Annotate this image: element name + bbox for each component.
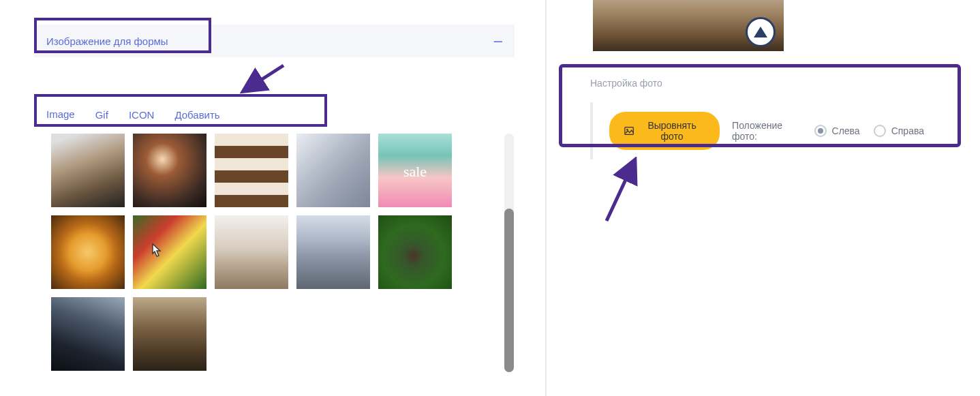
image-tabs: Image Gif ICON Добавить <box>46 102 220 127</box>
tab-gif[interactable]: Gif <box>95 104 108 126</box>
image-library-grid <box>51 134 515 371</box>
radio-left[interactable]: Слева <box>814 125 860 137</box>
preview-logo-icon <box>746 17 776 47</box>
image-thumbnail[interactable] <box>51 215 125 289</box>
image-thumbnail[interactable] <box>296 134 370 207</box>
radio-left-label: Слева <box>832 125 860 136</box>
annotation-arrow-icon <box>240 63 288 94</box>
image-icon <box>624 125 634 136</box>
svg-point-2 <box>626 129 628 130</box>
image-thumbnail[interactable] <box>133 134 206 207</box>
left-panel: Изображение для формы – Image Gif ICON Д… <box>14 0 538 396</box>
image-section-title: Изображение для формы <box>46 35 168 47</box>
radio-icon <box>814 125 827 137</box>
radio-icon <box>874 125 886 137</box>
tab-add[interactable]: Добавить <box>174 104 219 126</box>
photo-settings-section: Настройка фото Выровнять фото Положение … <box>559 64 961 180</box>
image-thumbnail[interactable] <box>133 297 206 371</box>
radio-right-label: Справа <box>891 125 924 136</box>
image-thumbnail[interactable] <box>296 215 370 289</box>
align-photo-label: Выровнять фото <box>639 120 705 142</box>
photo-settings-bar: Выровнять фото Положение фото: Слева Спр… <box>590 102 940 159</box>
form-preview-image <box>593 0 784 51</box>
image-thumbnail[interactable] <box>215 134 288 207</box>
photo-settings-title: Настройка фото <box>590 78 940 89</box>
svg-line-0 <box>245 65 284 90</box>
image-thumbnail[interactable] <box>378 215 452 289</box>
image-thumbnail[interactable] <box>51 297 125 371</box>
right-panel: Настройка фото Выровнять фото Положение … <box>552 0 975 396</box>
image-thumbnail[interactable] <box>215 215 288 289</box>
radio-right[interactable]: Справа <box>874 125 924 137</box>
align-photo-button[interactable]: Выровнять фото <box>609 112 720 150</box>
image-thumbnail[interactable] <box>51 134 125 207</box>
cursor-pointer-icon <box>148 243 163 260</box>
collapse-button[interactable]: – <box>494 32 502 50</box>
photo-position-label: Положение фото: <box>732 120 801 142</box>
image-thumbnail[interactable] <box>378 134 452 207</box>
image-thumbnail[interactable] <box>133 215 206 289</box>
tab-image[interactable]: Image <box>46 103 75 127</box>
photo-position-radio-group: Слева Справа <box>814 125 924 137</box>
scrollbar-track[interactable] <box>504 134 514 372</box>
scrollbar-thumb[interactable] <box>504 209 514 372</box>
tab-icon[interactable]: ICON <box>129 104 155 126</box>
image-section-header[interactable]: Изображение для формы – <box>34 25 515 57</box>
panel-divider <box>545 0 547 396</box>
